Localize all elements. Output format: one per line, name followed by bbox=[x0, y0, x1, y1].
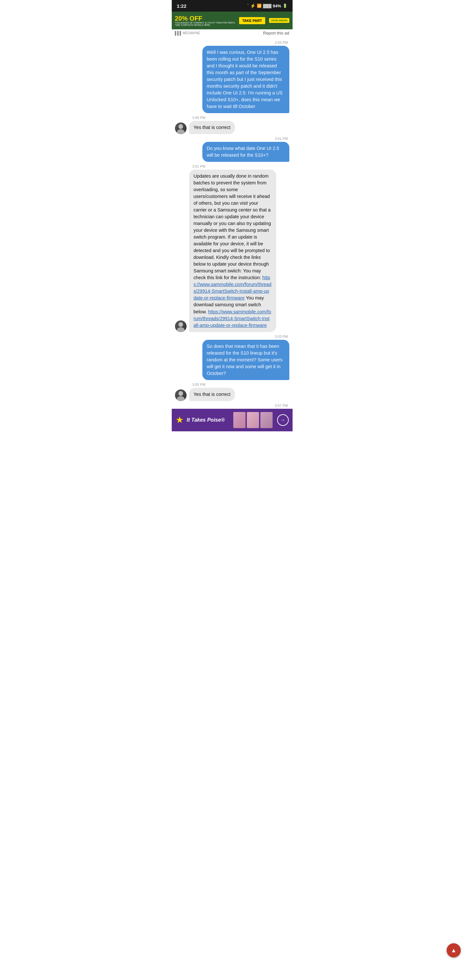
battery-label: 94% bbox=[273, 3, 281, 8]
svg-point-5 bbox=[177, 396, 184, 401]
status-time: 1:22 bbox=[177, 3, 187, 9]
timestamp-2: 3:00 PM bbox=[176, 116, 288, 119]
bubble-4: Updates are usually done in random batch… bbox=[189, 170, 276, 332]
ad-bottom-images bbox=[233, 412, 273, 428]
svg-point-4 bbox=[178, 391, 183, 396]
ad-bottom-text: It Takes Poise® bbox=[187, 417, 230, 423]
link-2[interactable]: https://www.sammobile.com/forum/threads/… bbox=[194, 309, 271, 328]
ad-banner-top[interactable]: 20% OFF THOUSANDS OF COMPACT & UTILITY T… bbox=[172, 12, 292, 29]
ad-subtext2: *SEE COMPLETE DETAILS HERE bbox=[175, 24, 235, 26]
mediavine-text: MEDIAVINE bbox=[183, 31, 200, 35]
battery-icon: 🔋 bbox=[283, 3, 288, 8]
avatar-4 bbox=[175, 320, 187, 332]
bubble-6: Yes that is correct bbox=[189, 388, 235, 401]
walmart-star-icon: ★ bbox=[176, 415, 184, 425]
svg-point-2 bbox=[178, 322, 183, 326]
avatar-image-6 bbox=[175, 390, 187, 401]
john-deere-logo: JOHN DEERE bbox=[269, 18, 289, 23]
ad-cta-button[interactable]: TAKE PART bbox=[239, 17, 265, 24]
avatar-2 bbox=[175, 123, 187, 134]
ad-headline: 20% OFF bbox=[175, 15, 235, 22]
bluetooth-icon: ʿ︎ bbox=[248, 3, 249, 8]
mediavine-logo: ▌▌▌ MEDIAVINE bbox=[175, 31, 200, 35]
product-image-3 bbox=[261, 412, 273, 428]
timestamp-5: 3:03 PM bbox=[176, 335, 288, 339]
ad-attribution: ▌▌▌ MEDIAVINE Report this ad bbox=[172, 29, 292, 38]
timestamp-6: 3:05 PM bbox=[176, 383, 288, 387]
bubble-1: Well I was curious, One UI 2.5 has been … bbox=[202, 46, 289, 113]
avatar-6 bbox=[175, 390, 187, 401]
message-row-3: Do you know what date One UI 2.5 will be… bbox=[175, 142, 289, 162]
report-ad-button[interactable]: Report this ad bbox=[263, 30, 289, 35]
message-row-2: Yes that is correct bbox=[175, 121, 289, 134]
avatar-image-4 bbox=[175, 320, 187, 332]
message-row-1: Well I was curious, One UI 2.5 has been … bbox=[175, 46, 289, 113]
message-row-4: Updates are usually done in random batch… bbox=[175, 170, 289, 332]
ad-subtext: THOUSANDS OF COMPACT & UTILITY TRACTOR P… bbox=[175, 22, 235, 24]
bubble-5: So does that mean that it has been relea… bbox=[202, 340, 289, 380]
signal-icon: ▓▓▓ bbox=[263, 3, 271, 8]
charge-icon: ⚡ bbox=[250, 3, 256, 8]
timestamp-1: 2:59 PM bbox=[176, 41, 288, 45]
link-1[interactable]: https://www.sammobile.com/forum/threads/… bbox=[194, 275, 272, 301]
status-icons: ʿ︎ ⚡ 📶 ▓▓▓ 94% 🔋 bbox=[248, 3, 287, 8]
bubble-3: Do you know what date One UI 2.5 will be… bbox=[202, 142, 289, 162]
timestamp-7: 3:07 PM bbox=[176, 404, 288, 407]
bubble-2: Yes that is correct bbox=[189, 121, 235, 134]
avatar-image-2 bbox=[175, 123, 187, 134]
product-image-2 bbox=[247, 412, 259, 428]
message-row-5: So does that mean that it has been relea… bbox=[175, 340, 289, 380]
ad-top-left: 20% OFF THOUSANDS OF COMPACT & UTILITY T… bbox=[175, 15, 235, 26]
ad-arrow-button[interactable]: → bbox=[277, 414, 289, 426]
svg-point-1 bbox=[177, 129, 184, 134]
product-image-1 bbox=[233, 412, 246, 428]
mediavine-bars-icon: ▌▌▌ bbox=[175, 31, 183, 35]
timestamp-4: 3:01 PM bbox=[176, 164, 288, 168]
svg-point-0 bbox=[178, 124, 183, 129]
timestamp-3: 3:01 PM bbox=[176, 137, 288, 140]
svg-point-3 bbox=[177, 327, 184, 332]
wifi-icon: 📶 bbox=[257, 3, 262, 8]
chat-area: 2:59 PM Well I was curious, One UI 2.5 h… bbox=[172, 41, 292, 407]
ad-banner-bottom[interactable]: ★ It Takes Poise® → bbox=[172, 409, 292, 431]
message-row-6: Yes that is correct bbox=[175, 388, 289, 401]
status-bar: 1:22 ʿ︎ ⚡ 📶 ▓▓▓ 94% 🔋 bbox=[172, 0, 292, 12]
